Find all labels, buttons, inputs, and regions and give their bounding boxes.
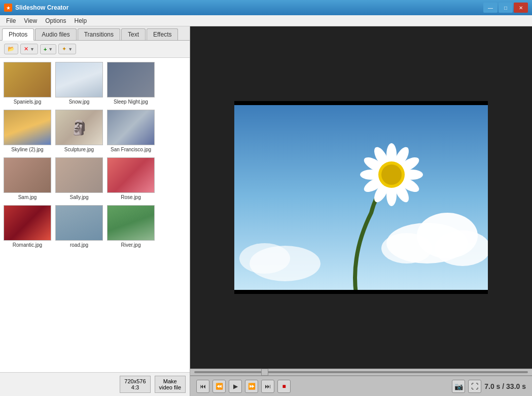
title-bar: ★ Slideshow Creator — □ ✕: [0, 0, 532, 15]
add-icon: +: [44, 46, 47, 52]
fullscreen-button[interactable]: ⛶: [468, 380, 481, 393]
menu-file[interactable]: File: [2, 16, 20, 25]
tab-photos[interactable]: Photos: [2, 28, 34, 41]
list-item[interactable]: San Francisco.jpg: [105, 108, 156, 154]
app-title: Slideshow Creator: [15, 4, 483, 11]
total-time: 33.0 s: [506, 382, 526, 390]
list-item[interactable]: road.jpg: [54, 203, 104, 250]
playback-bar: ⏮ ⏪ ▶ ⏩ ⏭ ■ 📷 ⛶ 7.0 s / 33.0 s: [190, 376, 532, 396]
file-grid: Spaniels.jpg Snow.jpg Sleep Night.jpg Sk…: [0, 58, 190, 372]
left-toolbar: 📂 ✕ ▼ + ▼ ✦ ▼: [0, 41, 190, 58]
menu-help[interactable]: Help: [70, 16, 91, 25]
maximize-button[interactable]: □: [499, 3, 513, 13]
folder-icon: 📂: [8, 46, 15, 52]
tab-effects[interactable]: Effects: [147, 28, 178, 40]
menu-view[interactable]: View: [20, 16, 41, 25]
tab-text[interactable]: Text: [121, 28, 146, 40]
preview-bottom-bar: [234, 290, 488, 294]
svg-point-3: [435, 230, 488, 266]
svg-point-22: [381, 164, 402, 185]
screenshot-button[interactable]: 📷: [452, 380, 465, 393]
close-button[interactable]: ✕: [514, 3, 528, 13]
resolution-button[interactable]: 720x5764:3: [120, 376, 150, 393]
list-item[interactable]: Romantic.jpg: [2, 203, 53, 250]
left-bottom: 720x5764:3 Makevideo file: [0, 372, 190, 396]
tab-bar: Photos Audio files Transitions Text Effe…: [0, 26, 190, 41]
left-panel: Photos Audio files Transitions Text Effe…: [0, 26, 190, 396]
delete-icon: ✕: [24, 46, 28, 52]
scrubber-bar[interactable]: [190, 369, 532, 376]
stop-button[interactable]: ■: [277, 380, 291, 393]
forward-end-button[interactable]: ⏭: [261, 380, 274, 393]
list-item[interactable]: Spaniels.jpg: [2, 60, 53, 107]
delete-button[interactable]: ✕ ▼: [20, 44, 38, 54]
list-item[interactable]: River.jpg: [105, 203, 156, 250]
scrubber-thumb[interactable]: [261, 369, 268, 376]
auto-button[interactable]: ✦ ▼: [58, 44, 76, 54]
minimize-button[interactable]: —: [483, 3, 498, 13]
menu-options[interactable]: Options: [41, 16, 70, 25]
main-container: Photos Audio files Transitions Text Effe…: [0, 26, 532, 396]
app-icon: ★: [4, 4, 12, 12]
preview-svg: [234, 101, 488, 294]
svg-point-6: [239, 243, 290, 274]
window-controls: — □ ✕: [483, 3, 528, 13]
preview-top-bar: [234, 101, 488, 105]
open-button[interactable]: 📂: [4, 44, 18, 54]
list-item[interactable]: Sleep Night.jpg: [105, 60, 156, 107]
play-button[interactable]: ▶: [229, 380, 242, 393]
right-panel: ⏮ ⏪ ▶ ⏩ ⏭ ■ 📷 ⛶ 7.0 s / 33.0 s: [190, 26, 532, 396]
add-button[interactable]: + ▼: [40, 44, 56, 54]
current-time: 7.0 s: [484, 382, 500, 390]
list-item[interactable]: 🗿 Sculpture.jpg: [54, 108, 104, 154]
list-item[interactable]: Skyline (2).jpg: [2, 108, 53, 154]
rewind-button[interactable]: ⏪: [212, 380, 226, 393]
delete-dropdown-icon: ▼: [30, 47, 34, 52]
list-item[interactable]: Sam.jpg: [2, 155, 53, 202]
preview-area: [190, 26, 532, 369]
auto-icon: ✦: [62, 46, 66, 52]
time-display: 7.0 s / 33.0 s: [484, 382, 526, 390]
list-item[interactable]: Sally.jpg: [54, 155, 104, 202]
forward-button[interactable]: ⏩: [245, 380, 258, 393]
tab-audio-files[interactable]: Audio files: [35, 28, 76, 40]
list-item[interactable]: Snow.jpg: [54, 60, 104, 107]
auto-dropdown-icon: ▼: [68, 47, 73, 52]
add-dropdown-icon: ▼: [48, 47, 53, 52]
rewind-start-button[interactable]: ⏮: [196, 380, 209, 393]
svg-point-4: [381, 233, 432, 263]
menu-bar: File View Options Help: [0, 15, 532, 26]
time-separator: /: [502, 382, 506, 390]
tab-transitions[interactable]: Transitions: [78, 28, 120, 40]
list-item[interactable]: Rose.jpg: [105, 155, 156, 202]
make-video-button[interactable]: Makevideo file: [155, 376, 186, 393]
